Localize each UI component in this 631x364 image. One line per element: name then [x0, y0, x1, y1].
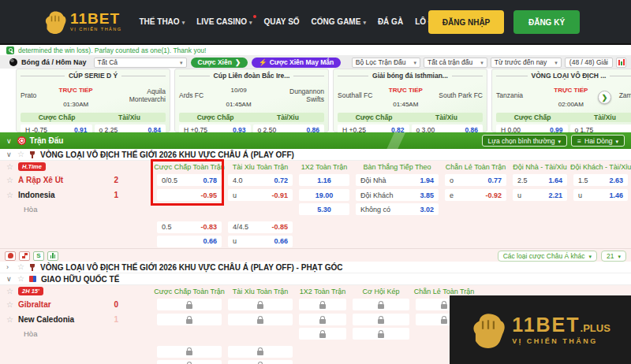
league-header-row: ∨ VÒNG LOẠI VÔ ĐỊCH THẾ GIỚI 2026 KHU VỰ… — [0, 149, 631, 161]
lock-icon — [186, 304, 192, 309]
odds-cell[interactable]: H +0.250.82 — [338, 124, 409, 132]
rows-mode-select[interactable]: ≡Hai Dòng — [571, 135, 625, 147]
home-team: Southall FC — [338, 91, 372, 99]
favorite-star-icon[interactable] — [17, 263, 24, 271]
odds-cell[interactable]: 4/4.5-0.85 — [228, 221, 293, 233]
hot-match-icon[interactable] — [5, 251, 16, 261]
odds-cell[interactable]: u0.66 — [228, 236, 293, 247]
match-card-2[interactable]: Cúp Liên đoàn Bắc Ire... Ards FC 10/0901… — [174, 69, 329, 132]
match-filter-select[interactable]: Bộ Lọc Trận Đấu — [352, 58, 420, 68]
handicap-header: Cược Chấp — [496, 113, 569, 122]
collapse-icon[interactable]: ∨ — [6, 275, 13, 283]
match-card-1[interactable]: CÚP SERIE D Ý Prato TRỰC TIẾP01:30AM Aqu… — [16, 69, 170, 132]
odds-cell[interactable]: e-0.92 — [445, 189, 506, 201]
brand-logo[interactable]: 11BET VỊ CHIẾN THẮNG — [43, 10, 122, 34]
nav-live-casino[interactable]: LIVE CASINO — [196, 17, 252, 26]
team-score: 2 — [114, 176, 154, 184]
odds-cell[interactable]: Đội Khách3.85 — [356, 189, 439, 201]
favorite-star-icon[interactable] — [6, 163, 13, 171]
notification-dot — [253, 15, 256, 18]
brand-name: 11BET — [70, 11, 122, 26]
odds-cell[interactable]: u-0.91 — [228, 189, 293, 201]
odds-cell[interactable]: o0.77 — [445, 174, 506, 186]
collapse-icon[interactable]: ∨ — [6, 137, 12, 145]
column-header: 1X2 Toàn Trận — [296, 163, 353, 171]
competition-select[interactable]: Tất Cả — [94, 58, 187, 68]
odds-cell[interactable]: o 3.000.86 — [412, 124, 484, 132]
more-bets-count-select[interactable]: 21 — [601, 251, 626, 262]
nav-sports[interactable]: THỂ THAO — [140, 17, 185, 26]
odds-cell[interactable]: 0.5-0.83 — [157, 221, 222, 233]
nav-games[interactable]: CỔNG GAME — [312, 17, 366, 26]
lock-icon — [319, 319, 326, 324]
lucky-parlay-button[interactable]: ⚡Cược Xiên May Mắn — [252, 58, 341, 68]
odds-cell[interactable]: u2.21 — [513, 189, 567, 201]
chart-icon[interactable] — [47, 251, 58, 261]
nav-cockfight[interactable]: ĐÁ GÀ — [378, 17, 403, 26]
league-header-row: ∨ GIAO HỮU QUỐC TẾ — [0, 273, 631, 285]
announcement-text: determined the win loss). Parlay counted… — [18, 46, 206, 54]
chevron-down-icon — [247, 17, 252, 26]
odds-cell[interactable]: H 0.000.99 — [496, 124, 568, 132]
nav-lottery[interactable]: QUAY SỐ — [264, 17, 300, 26]
more-bets-select[interactable]: Các loại cược Châu Á khác — [498, 251, 597, 262]
odds-cell[interactable]: 0.66 — [157, 236, 222, 247]
league-header-row: › VÒNG LOẠI VÔ ĐỊCH THẾ GIỚI 2026 KHU VỰ… — [0, 262, 631, 273]
odds-cell[interactable]: Đội Nhà1.94 — [356, 174, 439, 186]
locked-odds-cell — [157, 360, 222, 364]
time-range-select[interactable]: Từ trước đến nay — [491, 58, 562, 68]
favorite-star-icon[interactable] — [17, 275, 24, 283]
favorite-star-icon[interactable] — [6, 316, 13, 324]
stats-icon[interactable]: S — [33, 251, 44, 261]
featured-match-cards: CÚP SERIE D Ý Prato TRỰC TIẾP01:30AM Aqu… — [0, 69, 631, 132]
bet-grid-icon[interactable] — [19, 251, 30, 261]
card-league-name: Cúp Liên đoàn Bắc Ire... — [179, 72, 324, 80]
lock-icon — [257, 304, 263, 309]
favorite-star-icon[interactable] — [6, 301, 13, 309]
odds-cell[interactable]: o 2.250.84 — [95, 124, 166, 132]
odds-cell[interactable]: 19.00 — [299, 189, 349, 201]
odds-cell[interactable]: 4.00.72 — [228, 174, 293, 186]
all-matches-select[interactable]: Tất cả trận đấu — [424, 58, 487, 68]
favorite-star-icon[interactable] — [6, 191, 13, 199]
over-under-header: Tài/Xỉu — [93, 113, 166, 122]
away-team: Zambia — [619, 91, 631, 99]
favorite-star-icon[interactable] — [6, 176, 13, 184]
odds-cell[interactable]: -0.95 — [157, 189, 222, 201]
locked-odds-cell — [353, 328, 409, 340]
live-label: TRỰC TIẾP — [59, 87, 93, 94]
kickoff-time: 01:45AM — [226, 101, 252, 108]
odds-cell[interactable]: 1.16 — [299, 174, 349, 186]
league-settings-icon[interactable] — [616, 58, 626, 68]
lock-icon — [378, 333, 384, 338]
locked-odds-cell — [157, 346, 222, 358]
view-mode-select[interactable]: Lựa chọn bình thường — [482, 135, 568, 147]
odds-cell[interactable]: o 1.75 — [570, 124, 631, 132]
match-card-3[interactable]: Giải bóng đá Isthmian... Southall FC TRỰ… — [333, 69, 487, 132]
odds-cell[interactable]: H -0.750.91 — [21, 124, 92, 132]
register-button[interactable]: ĐĂNG KÝ — [513, 10, 580, 34]
favorite-star-icon[interactable] — [6, 288, 13, 295]
odds-cell[interactable]: 0/0.50.78 — [157, 174, 222, 186]
login-button[interactable]: ĐĂNG NHẬP — [428, 10, 504, 34]
odds-cell[interactable]: o 2.500.86 — [253, 124, 325, 132]
odds-cell[interactable]: 5.30 — [299, 203, 349, 215]
announcement-icon — [6, 46, 14, 54]
expand-icon[interactable]: › — [6, 263, 13, 271]
top-navigation-bar: 11BET VỊ CHIẾN THẮNG THỂ THAO LIVE CASIN… — [0, 0, 631, 45]
odds-cell[interactable]: u1.46 — [573, 189, 628, 201]
locked-odds-cell — [228, 299, 293, 310]
next-cards-arrow[interactable]: ❯ — [598, 91, 611, 104]
favorite-star-icon[interactable] — [17, 150, 24, 158]
parlay-button[interactable]: Cược Xiên❯ — [191, 58, 248, 68]
odds-cell[interactable]: 2.51.64 — [513, 174, 567, 186]
odds-cell[interactable]: H +0.750.93 — [179, 124, 251, 132]
team-score: 0 — [114, 300, 154, 309]
odds-cell[interactable]: 1.52.63 — [573, 174, 628, 186]
locked-odds-cell — [157, 299, 222, 310]
odds-cell[interactable]: Không có3.02 — [356, 203, 439, 215]
table-row: 0.5-0.83 4/4.5-0.85 — [0, 220, 631, 234]
collapse-icon[interactable]: ∨ — [6, 150, 13, 158]
chevron-down-icon — [414, 58, 417, 66]
chevron-down-icon — [360, 17, 366, 26]
